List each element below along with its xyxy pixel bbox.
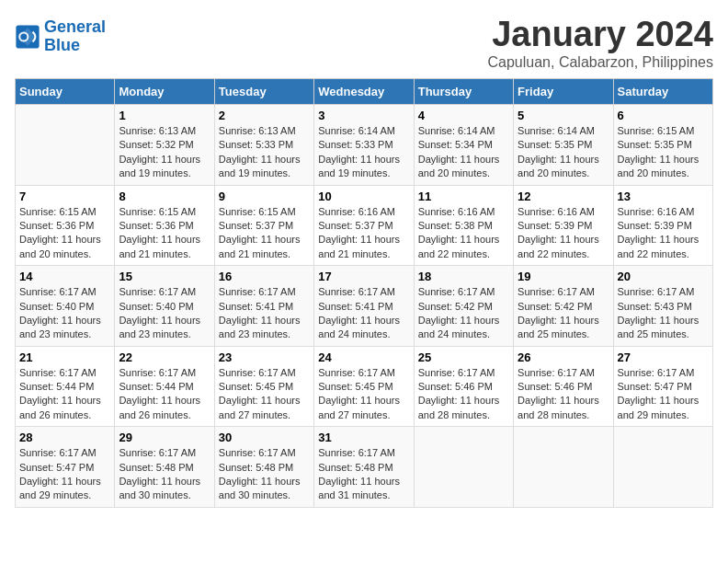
- calendar-cell: 23Sunrise: 6:17 AM Sunset: 5:45 PM Dayli…: [214, 346, 313, 427]
- page-title: January 2024: [488, 15, 714, 54]
- calendar-cell: 1Sunrise: 6:13 AM Sunset: 5:32 PM Daylig…: [115, 105, 214, 186]
- calendar-cell: 10Sunrise: 6:16 AM Sunset: 5:37 PM Dayli…: [314, 185, 414, 266]
- day-info: Sunrise: 6:16 AM Sunset: 5:38 PM Dayligh…: [418, 205, 509, 262]
- calendar-cell: 6Sunrise: 6:15 AM Sunset: 5:35 PM Daylig…: [613, 105, 712, 186]
- day-number: 8: [119, 190, 210, 203]
- calendar-cell: 24Sunrise: 6:17 AM Sunset: 5:45 PM Dayli…: [314, 346, 414, 427]
- calendar-cell: 25Sunrise: 6:17 AM Sunset: 5:46 PM Dayli…: [414, 346, 513, 427]
- day-info: Sunrise: 6:17 AM Sunset: 5:48 PM Dayligh…: [119, 446, 210, 503]
- calendar-week-2: 7Sunrise: 6:15 AM Sunset: 5:36 PM Daylig…: [16, 185, 713, 266]
- day-info: Sunrise: 6:17 AM Sunset: 5:46 PM Dayligh…: [418, 366, 509, 423]
- calendar-cell: 16Sunrise: 6:17 AM Sunset: 5:41 PM Dayli…: [214, 266, 313, 347]
- calendar-cell: 22Sunrise: 6:17 AM Sunset: 5:44 PM Dayli…: [115, 346, 214, 427]
- calendar-cell: 12Sunrise: 6:16 AM Sunset: 5:39 PM Dayli…: [514, 185, 613, 266]
- day-number: 3: [318, 109, 409, 122]
- calendar-cell: 17Sunrise: 6:17 AM Sunset: 5:41 PM Dayli…: [314, 266, 414, 347]
- calendar-cell: 13Sunrise: 6:16 AM Sunset: 5:39 PM Dayli…: [613, 185, 712, 266]
- day-number: 25: [418, 350, 509, 364]
- header-sunday: Sunday: [16, 79, 115, 105]
- calendar-cell: 2Sunrise: 6:13 AM Sunset: 5:33 PM Daylig…: [214, 105, 313, 186]
- calendar-cell: 28Sunrise: 6:17 AM Sunset: 5:47 PM Dayli…: [16, 427, 115, 508]
- day-number: 23: [219, 350, 310, 364]
- calendar-cell: [613, 427, 712, 508]
- day-number: 29: [119, 431, 210, 444]
- day-info: Sunrise: 6:17 AM Sunset: 5:45 PM Dayligh…: [318, 366, 409, 423]
- calendar-cell: 5Sunrise: 6:14 AM Sunset: 5:35 PM Daylig…: [514, 105, 613, 186]
- day-info: Sunrise: 6:17 AM Sunset: 5:45 PM Dayligh…: [219, 366, 310, 423]
- calendar-cell: 9Sunrise: 6:15 AM Sunset: 5:37 PM Daylig…: [214, 185, 313, 266]
- calendar-cell: 29Sunrise: 6:17 AM Sunset: 5:48 PM Dayli…: [115, 427, 214, 508]
- day-number: 2: [219, 109, 310, 122]
- calendar-cell: [514, 427, 613, 508]
- calendar-cell: [414, 427, 513, 508]
- page-header: General Blue January 2024 Capuluan, Cala…: [15, 15, 713, 71]
- calendar-cell: 3Sunrise: 6:14 AM Sunset: 5:33 PM Daylig…: [314, 105, 414, 186]
- calendar-cell: 27Sunrise: 6:17 AM Sunset: 5:47 PM Dayli…: [613, 346, 712, 427]
- day-number: 12: [518, 190, 609, 203]
- logo: General Blue: [15, 18, 106, 55]
- day-info: Sunrise: 6:17 AM Sunset: 5:41 PM Dayligh…: [318, 285, 409, 342]
- header-thursday: Thursday: [414, 79, 513, 105]
- day-number: 13: [618, 190, 709, 203]
- header-wednesday: Wednesday: [314, 79, 414, 105]
- logo-icon: [15, 24, 40, 50]
- calendar-cell: 8Sunrise: 6:15 AM Sunset: 5:36 PM Daylig…: [115, 185, 214, 266]
- day-number: 4: [418, 109, 509, 122]
- day-info: Sunrise: 6:17 AM Sunset: 5:44 PM Dayligh…: [119, 366, 210, 423]
- day-info: Sunrise: 6:17 AM Sunset: 5:44 PM Dayligh…: [19, 366, 110, 423]
- day-info: Sunrise: 6:17 AM Sunset: 5:47 PM Dayligh…: [19, 446, 110, 503]
- header-monday: Monday: [115, 79, 214, 105]
- header-saturday: Saturday: [613, 79, 712, 105]
- day-info: Sunrise: 6:13 AM Sunset: 5:33 PM Dayligh…: [219, 124, 310, 181]
- calendar-cell: 19Sunrise: 6:17 AM Sunset: 5:42 PM Dayli…: [514, 266, 613, 347]
- calendar-cell: 18Sunrise: 6:17 AM Sunset: 5:42 PM Dayli…: [414, 266, 513, 347]
- day-info: Sunrise: 6:15 AM Sunset: 5:36 PM Dayligh…: [19, 205, 110, 262]
- day-number: 31: [318, 431, 409, 444]
- calendar-cell: 26Sunrise: 6:17 AM Sunset: 5:46 PM Dayli…: [514, 346, 613, 427]
- day-info: Sunrise: 6:17 AM Sunset: 5:48 PM Dayligh…: [318, 446, 409, 503]
- day-info: Sunrise: 6:15 AM Sunset: 5:37 PM Dayligh…: [219, 205, 310, 262]
- day-number: 24: [318, 350, 409, 364]
- day-number: 27: [618, 350, 709, 364]
- day-info: Sunrise: 6:14 AM Sunset: 5:33 PM Dayligh…: [318, 124, 409, 181]
- day-info: Sunrise: 6:17 AM Sunset: 5:48 PM Dayligh…: [219, 446, 310, 503]
- calendar-week-3: 14Sunrise: 6:17 AM Sunset: 5:40 PM Dayli…: [16, 266, 713, 347]
- day-number: 18: [418, 270, 509, 283]
- day-info: Sunrise: 6:14 AM Sunset: 5:34 PM Dayligh…: [418, 124, 509, 181]
- calendar-cell: 7Sunrise: 6:15 AM Sunset: 5:36 PM Daylig…: [16, 185, 115, 266]
- logo-name: General Blue: [44, 18, 106, 55]
- day-info: Sunrise: 6:14 AM Sunset: 5:35 PM Dayligh…: [518, 124, 609, 181]
- day-number: 20: [618, 270, 709, 283]
- day-number: 6: [618, 109, 709, 122]
- day-number: 17: [318, 270, 409, 283]
- day-number: 30: [219, 431, 310, 444]
- day-info: Sunrise: 6:16 AM Sunset: 5:39 PM Dayligh…: [618, 205, 709, 262]
- svg-point-3: [20, 33, 27, 40]
- day-number: 14: [19, 270, 110, 283]
- day-number: 1: [119, 109, 210, 122]
- calendar-week-1: 1Sunrise: 6:13 AM Sunset: 5:32 PM Daylig…: [16, 105, 713, 186]
- day-info: Sunrise: 6:17 AM Sunset: 5:40 PM Dayligh…: [19, 285, 110, 342]
- day-info: Sunrise: 6:17 AM Sunset: 5:47 PM Dayligh…: [618, 366, 709, 423]
- page-subtitle: Capuluan, Calabarzon, Philippines: [488, 54, 714, 71]
- day-number: 15: [119, 270, 210, 283]
- day-number: 26: [518, 350, 609, 364]
- calendar-header-row: SundayMondayTuesdayWednesdayThursdayFrid…: [16, 79, 713, 105]
- calendar-table: SundayMondayTuesdayWednesdayThursdayFrid…: [15, 78, 713, 508]
- day-number: 11: [418, 190, 509, 203]
- day-info: Sunrise: 6:17 AM Sunset: 5:42 PM Dayligh…: [418, 285, 509, 342]
- day-number: 9: [219, 190, 310, 203]
- day-number: 21: [19, 350, 110, 364]
- calendar-cell: 21Sunrise: 6:17 AM Sunset: 5:44 PM Dayli…: [16, 346, 115, 427]
- day-number: 7: [19, 190, 110, 203]
- title-area: January 2024 Capuluan, Calabarzon, Phili…: [488, 15, 714, 71]
- calendar-week-5: 28Sunrise: 6:17 AM Sunset: 5:47 PM Dayli…: [16, 427, 713, 508]
- day-info: Sunrise: 6:15 AM Sunset: 5:36 PM Dayligh…: [119, 205, 210, 262]
- day-number: 28: [19, 431, 110, 444]
- day-info: Sunrise: 6:15 AM Sunset: 5:35 PM Dayligh…: [618, 124, 709, 181]
- day-number: 5: [518, 109, 609, 122]
- day-number: 22: [119, 350, 210, 364]
- calendar-cell: 4Sunrise: 6:14 AM Sunset: 5:34 PM Daylig…: [414, 105, 513, 186]
- day-number: 10: [318, 190, 409, 203]
- day-info: Sunrise: 6:17 AM Sunset: 5:40 PM Dayligh…: [119, 285, 210, 342]
